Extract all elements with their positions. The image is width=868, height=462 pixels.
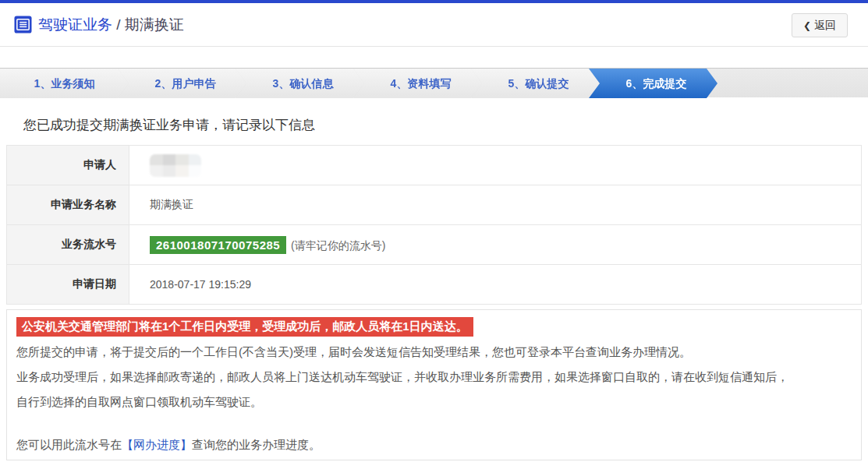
back-button-label: 返回 — [814, 19, 836, 33]
progress-hint: 您可以用此流水号在【网办进度】查询您的业务办理进度。 — [16, 432, 852, 457]
notice-line-1: 您所提交的申请，将于提交后的一个工作日(不含当天)受理，届时会发送短信告知受理结… — [16, 340, 852, 365]
table-row-serial: 业务流水号 261001807170075285 (请牢记你的流水号) — [7, 225, 862, 265]
list-icon — [14, 16, 32, 34]
step-4-fill-data[interactable]: 4、资料填写 — [353, 69, 482, 98]
alert-banner: 公安机关交通管理部门将在1个工作日内受理，受理成功后，邮政人员将在1日内送达。 — [16, 317, 473, 337]
breadcrumb: 驾驶证业务 / 期满换证 — [38, 15, 184, 35]
wizard-steps: 1、业务须知 2、用户申告 3、确认信息 4、资料填写 5、确认提交 6、完成提… — [0, 68, 868, 97]
applicant-label: 申请人 — [7, 146, 129, 185]
notice-line-2: 业务成功受理后，如果选择邮政寄递的，邮政人员将上门送达机动车驾驶证，并收取办理业… — [16, 365, 852, 390]
step-5-confirm-submit[interactable]: 5、确认提交 — [471, 69, 600, 98]
date-label: 申请日期 — [7, 265, 129, 305]
step-1-notice[interactable]: 1、业务须知 — [0, 69, 129, 98]
applicant-value — [129, 146, 862, 185]
business-name-value: 期满换证 — [129, 185, 862, 225]
breadcrumb-category: 驾驶证业务 — [38, 16, 112, 33]
date-value: 2018-07-17 19:15:29 — [129, 265, 862, 305]
application-info-table: 申请人 申请业务名称 期满换证 业务流水号 261001807170075285… — [6, 145, 862, 305]
breadcrumb-current: / 期满换证 — [112, 16, 184, 33]
notice-line-3: 自行到选择的自取网点窗口领取机动车驾驶证。 — [16, 390, 852, 414]
serial-label: 业务流水号 — [7, 225, 129, 265]
table-row-business: 申请业务名称 期满换证 — [7, 185, 862, 225]
progress-link[interactable]: 【网办进度】 — [122, 438, 192, 451]
step-2-declaration[interactable]: 2、用户申告 — [118, 69, 246, 98]
step-3-confirm-info[interactable]: 3、确认信息 — [236, 69, 364, 98]
progress-hint-suffix: 查询您的业务办理进度。 — [192, 438, 321, 451]
serial-value-cell: 261001807170075285 (请牢记你的流水号) — [129, 225, 862, 265]
table-row-date: 申请日期 2018-07-17 19:15:29 — [7, 265, 862, 305]
chevron-left-icon: ❮ — [803, 20, 811, 31]
serial-note: (请牢记你的流水号) — [291, 239, 385, 252]
table-row-applicant: 申请人 — [7, 146, 862, 185]
business-name-label: 申请业务名称 — [7, 185, 129, 225]
page-header: 驾驶证业务 / 期满换证 ❮ 返回 — [0, 3, 868, 47]
back-button[interactable]: ❮ 返回 — [792, 13, 848, 37]
success-message: 您已成功提交期满换证业务申请，请记录以下信息 — [23, 116, 868, 134]
notice-panel: 公安机关交通管理部门将在1个工作日内受理，受理成功后，邮政人员将在1日内送达。 … — [6, 309, 862, 460]
serial-number-badge: 261001807170075285 — [150, 236, 286, 254]
step-6-complete[interactable]: 6、完成提交 — [589, 69, 717, 98]
progress-hint-prefix: 您可以用此流水号在 — [16, 438, 122, 451]
redacted-name — [150, 154, 201, 177]
